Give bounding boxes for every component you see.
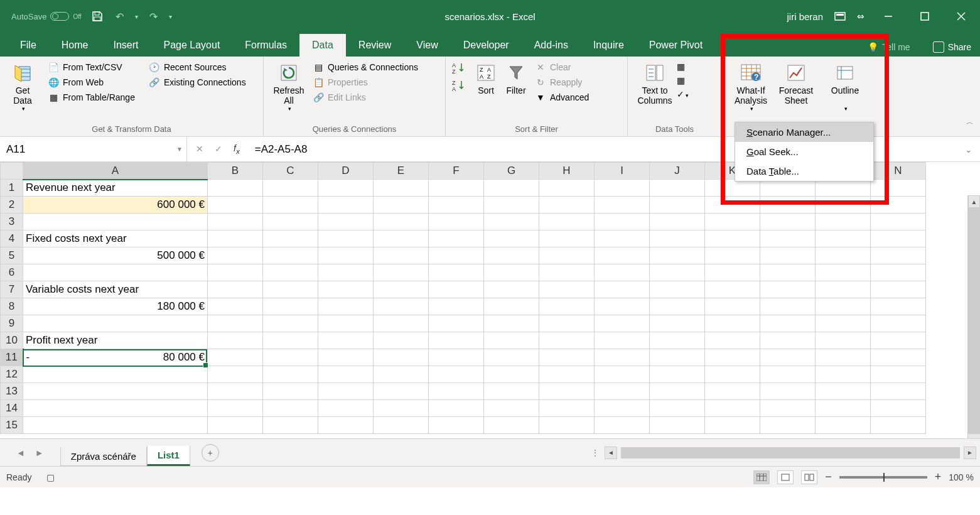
row-header-8[interactable]: 8	[1, 298, 23, 315]
tab-home[interactable]: Home	[49, 34, 101, 57]
row-header-15[interactable]: 15	[1, 417, 23, 434]
enter-formula-button[interactable]: ✓	[215, 144, 222, 154]
view-page-layout-button[interactable]	[777, 470, 794, 484]
undo-dropdown[interactable]: ▾	[134, 13, 139, 20]
col-header-G[interactable]: G	[484, 163, 539, 180]
tab-developer[interactable]: Developer	[451, 34, 522, 57]
add-sheet-button[interactable]: +	[202, 444, 219, 462]
spreadsheet-grid[interactable]: A B C D E F G H I J K L M N 1Revenue nex…	[0, 162, 980, 438]
forecast-sheet-button[interactable]: Forecast Sheet	[775, 59, 817, 108]
row-header-4[interactable]: 4	[1, 230, 23, 247]
macro-record-icon[interactable]: ▢	[46, 472, 55, 482]
cell-A10[interactable]: Profit next year	[23, 332, 208, 349]
scroll-left-button[interactable]: ◄	[605, 447, 617, 459]
refresh-all-button[interactable]: Refresh All▾	[269, 59, 309, 114]
col-header-F[interactable]: F	[429, 163, 484, 180]
tab-file[interactable]: File	[8, 34, 49, 57]
close-button[interactable]	[949, 6, 974, 26]
sort-desc-button[interactable]: ZA	[452, 79, 467, 92]
existing-connections-button[interactable]: 🔗Existing Connections	[145, 75, 250, 89]
flash-fill-button[interactable]: ▦	[677, 62, 689, 72]
col-header-J[interactable]: J	[650, 163, 705, 180]
search-icon[interactable]: 💡	[868, 42, 878, 52]
user-name[interactable]: jiri beran	[787, 11, 823, 22]
outline-button[interactable]: Outline▾	[827, 59, 863, 114]
tab-addins[interactable]: Add-ins	[522, 34, 581, 57]
row-header-10[interactable]: 10	[1, 332, 23, 349]
row-header-5[interactable]: 5	[1, 247, 23, 264]
zoom-out-button[interactable]: −	[825, 470, 832, 484]
cell-A7[interactable]: Variable costs next year	[23, 281, 208, 298]
cell-A2[interactable]: 600 000 €	[23, 197, 208, 214]
cell-A4[interactable]: Fixed costs next year	[23, 230, 208, 247]
col-header-H[interactable]: H	[539, 163, 595, 180]
data-validation-button[interactable]: ✓▾	[677, 89, 689, 99]
tab-review[interactable]: Review	[346, 34, 404, 57]
share-button[interactable]: Share	[948, 42, 971, 52]
cell-A5[interactable]: 500 000 €	[23, 247, 208, 264]
tab-powerpivot[interactable]: Power Pivot	[637, 34, 715, 57]
hscroll-splitter[interactable]: ⋮	[591, 448, 605, 458]
insert-function-button[interactable]: fx	[234, 143, 240, 155]
zoom-level[interactable]: 100 %	[949, 472, 974, 482]
cell-A1[interactable]: Revenue next year	[23, 180, 208, 197]
row-header-1[interactable]: 1	[1, 180, 23, 197]
redo-icon[interactable]: ↷	[147, 11, 160, 23]
text-to-columns-button[interactable]: Text to Columns	[633, 59, 677, 108]
sheet-nav-prev[interactable]: ◄	[16, 448, 25, 458]
name-box-dropdown[interactable]: ▼	[176, 146, 183, 153]
row-header-6[interactable]: 6	[1, 264, 23, 281]
horizontal-scrollbar[interactable]	[621, 447, 960, 458]
tab-data[interactable]: Data	[299, 34, 346, 57]
zoom-slider[interactable]	[839, 476, 927, 479]
row-header-12[interactable]: 12	[1, 366, 23, 383]
sort-button[interactable]: ZAAZ Sort	[471, 59, 501, 98]
col-header-E[interactable]: E	[374, 163, 429, 180]
tab-page-layout[interactable]: Page Layout	[151, 34, 232, 57]
select-all-button[interactable]	[1, 163, 23, 180]
cancel-formula-button[interactable]: ✕	[196, 144, 203, 154]
sheet-nav-next[interactable]: ►	[35, 448, 44, 458]
restore-arrows-icon[interactable]: ⇔	[857, 11, 864, 21]
scroll-up-button[interactable]: ▲	[968, 195, 980, 208]
filter-button[interactable]: Filter	[501, 59, 531, 98]
goal-seek-item[interactable]: Goal Seek...	[735, 142, 873, 161]
expand-formula-bar-button[interactable]: ⌄	[957, 144, 980, 154]
tab-inquire[interactable]: Inquire	[581, 34, 637, 57]
get-data-button[interactable]: Get Data▾	[5, 59, 40, 114]
row-header-3[interactable]: 3	[1, 214, 23, 230]
from-text-csv-button[interactable]: 📄From Text/CSV	[44, 60, 139, 74]
tab-view[interactable]: View	[404, 34, 450, 57]
col-header-A[interactable]: A	[23, 163, 208, 180]
scenario-manager-item[interactable]: SScenario Manager...cenario Manager...	[735, 122, 873, 142]
name-box-input[interactable]	[6, 143, 180, 156]
hscroll-thumb[interactable]	[622, 448, 959, 458]
maximize-button[interactable]	[912, 6, 937, 26]
vscroll-thumb[interactable]	[968, 208, 980, 434]
from-table-range-button[interactable]: ▦From Table/Range	[44, 90, 139, 104]
col-header-D[interactable]: D	[318, 163, 374, 180]
ribbon-display-options-icon[interactable]	[834, 12, 846, 21]
autosave-toggle[interactable]: AutoSave Off	[11, 12, 82, 21]
minimize-button[interactable]	[876, 6, 901, 26]
view-normal-button[interactable]	[753, 470, 770, 484]
row-header-13[interactable]: 13	[1, 383, 23, 400]
recent-sources-button[interactable]: 🕑Recent Sources	[145, 60, 250, 74]
zoom-in-button[interactable]: +	[935, 470, 942, 484]
remove-duplicates-button[interactable]: ▦	[677, 75, 689, 85]
col-header-N[interactable]: N	[871, 163, 926, 180]
col-header-B[interactable]: B	[208, 163, 263, 180]
sheet-tab-2[interactable]: List1	[147, 446, 190, 466]
name-box[interactable]: ▼	[0, 137, 187, 161]
sort-asc-button[interactable]: AZ	[452, 62, 467, 74]
collapse-ribbon-button[interactable]: ︿	[966, 117, 974, 127]
row-header-7[interactable]: 7	[1, 281, 23, 298]
cell-A11[interactable]: -80 000 €	[23, 349, 208, 366]
sheet-tab-1[interactable]: Zpráva scénáře	[60, 447, 147, 466]
col-header-I[interactable]: I	[595, 163, 650, 180]
qat-customize[interactable]: ▾	[168, 13, 173, 20]
col-header-C[interactable]: C	[263, 163, 318, 180]
tab-formulas[interactable]: Formulas	[232, 34, 299, 57]
row-header-9[interactable]: 9	[1, 315, 23, 332]
cell-A8[interactable]: 180 000 €	[23, 298, 208, 315]
